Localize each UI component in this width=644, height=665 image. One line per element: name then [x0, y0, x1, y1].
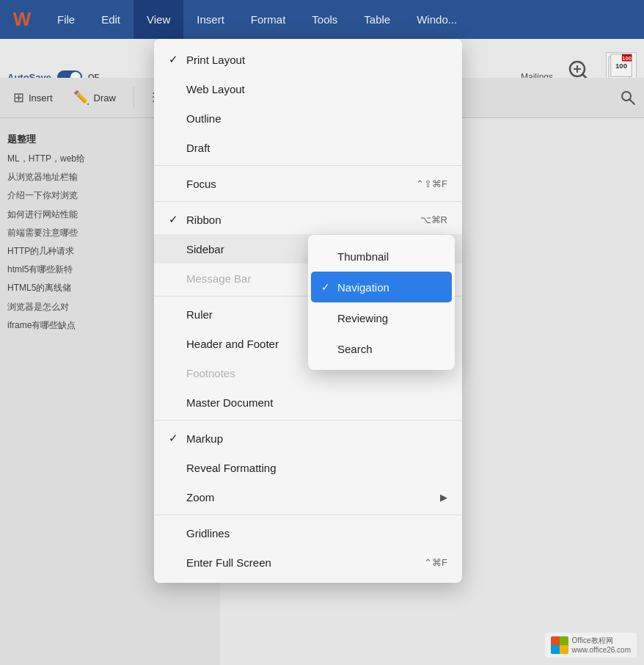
zoom-arrow: ▶ [440, 492, 447, 503]
check-navigation: ✓ [321, 281, 337, 293]
divider-5 [154, 515, 462, 515]
menu-option-master-doc[interactable]: Master Document [154, 388, 462, 417]
sidebar-submenu: Thumbnail ✓ Navigation Reviewing Search [308, 235, 455, 370]
menu-option-ribbon[interactable]: ✓ Ribbon ⌥⌘R [154, 205, 462, 234]
menu-option-web-layout[interactable]: Web Layout [154, 74, 462, 103]
check-print-layout: ✓ [169, 53, 186, 66]
check-markup: ✓ [169, 432, 186, 445]
menu-option-draft[interactable]: Draft [154, 133, 462, 162]
menu-option-print-layout[interactable]: ✓ Print Layout [154, 45, 462, 74]
menu-option-fullscreen[interactable]: Enter Full Screen ⌃⌘F [154, 548, 462, 577]
menu-option-reveal-formatting[interactable]: Reveal Formatting [154, 453, 462, 482]
check-ribbon: ✓ [169, 213, 186, 226]
divider-2 [154, 201, 462, 202]
submenu-reviewing[interactable]: Reviewing [308, 302, 455, 333]
submenu-navigation[interactable]: ✓ Navigation [311, 272, 452, 302]
menu-option-markup[interactable]: ✓ Markup [154, 424, 462, 453]
menu-option-gridlines[interactable]: Gridlines [154, 518, 462, 548]
submenu-thumbnail[interactable]: Thumbnail [308, 241, 455, 272]
menu-option-focus[interactable]: Focus ⌃⇧⌘F [154, 169, 462, 198]
submenu-search[interactable]: Search [308, 333, 455, 364]
menu-option-zoom[interactable]: Zoom ▶ [154, 482, 462, 512]
menu-option-outline[interactable]: Outline [154, 103, 462, 133]
divider-1 [154, 165, 462, 166]
divider-4 [154, 420, 462, 421]
